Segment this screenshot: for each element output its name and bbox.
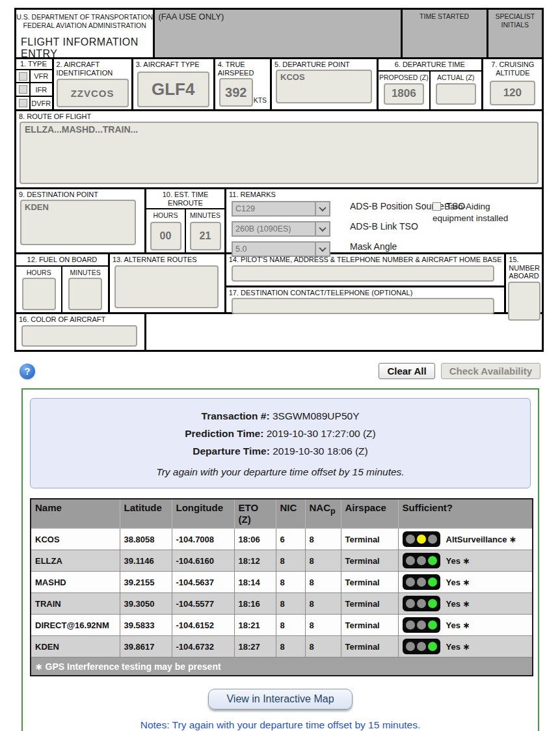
cell-latitude: 39.8617	[120, 636, 172, 658]
alternate-routes-section: 13. ALTERNATE ROUTES	[110, 254, 226, 312]
toolbar: ? Clear All Check Availability	[20, 363, 540, 379]
status-badge: Yes ∗	[446, 620, 470, 630]
fuel-hours-field[interactable]	[22, 278, 56, 310]
clear-all-button[interactable]: Clear All	[379, 363, 434, 379]
cell-latitude: 38.8058	[120, 529, 172, 550]
help-icon[interactable]: ?	[20, 364, 35, 379]
traffic-light-icon	[403, 617, 440, 633]
pilot-contact-section: 14. PILOT'S NAME, ADDRESS & TELEPHONE NU…	[226, 254, 507, 312]
vfr-label: VFR	[31, 70, 52, 83]
cell-nacp: 8	[305, 529, 341, 550]
col-header-name: Name	[31, 499, 120, 529]
cell-airspace: Terminal	[341, 572, 398, 593]
true-airspeed-field[interactable]: 392	[219, 78, 253, 107]
cruising-altitude-field[interactable]: 120	[490, 81, 535, 105]
aircraft-type-field[interactable]: GLF4	[137, 72, 209, 107]
col-header-nacp: NACp	[305, 499, 341, 529]
table-row: DIRECT@16.92NM 39.5833 -104.6152 18:21 8…	[31, 615, 533, 636]
cell-airspace: Terminal	[341, 593, 398, 615]
fuel-minutes-field[interactable]	[68, 278, 102, 310]
cell-name: TRAIN	[31, 593, 120, 615]
departure-time-summary-label: Departure Time:	[193, 445, 270, 457]
view-interactive-map-button[interactable]: View in Interactive Map	[208, 689, 352, 710]
ete-hours-label: HOURS	[146, 209, 185, 219]
transaction-label: Transaction #:	[202, 410, 270, 421]
actual-time-field[interactable]	[436, 83, 476, 105]
dvfr-checkbox[interactable]	[19, 99, 27, 107]
time-started-label: TIME STARTED	[403, 10, 487, 21]
form-header-block: U.S. DEPARTMENT OF TRANSPORTATION FEDERA…	[16, 10, 155, 57]
departure-time-summary-value: 2019-10-30 18:06 (Z)	[273, 445, 367, 457]
status-badge: Yes ∗	[446, 599, 470, 609]
table-row: KCOS 38.8058 -104.7008 18:06 6 8 Termina…	[31, 529, 533, 550]
color-of-aircraft-field[interactable]	[21, 325, 137, 347]
ifr-checkbox[interactable]	[19, 85, 27, 94]
cell-eto: 18:14	[234, 572, 276, 593]
dvfr-label: DVFR	[31, 97, 52, 109]
availability-table: Name Latitude Longitude ETO(Z) NIC NACp …	[30, 498, 533, 676]
vfr-checkbox[interactable]	[19, 72, 27, 81]
cell-latitude: 39.3050	[120, 593, 172, 615]
type-label: 1. TYPE	[16, 59, 52, 70]
baro-aiding-label: Baro-Aiding equipment installed	[433, 202, 508, 223]
status-badge: Yes ∗	[446, 578, 470, 587]
prediction-summary-box: Transaction #: 3SGWM089UP50Y Prediction …	[30, 398, 531, 488]
destination-contact-field[interactable]	[232, 298, 494, 314]
remarks-label: 11. REMARKS	[226, 189, 542, 199]
agency-line2: FEDERAL AVIATION ADMINISTRATION	[16, 21, 153, 30]
cell-nic: 6	[276, 529, 305, 550]
cell-eto: 18:16	[234, 593, 276, 615]
cell-latitude: 39.5833	[120, 615, 172, 636]
adsb-position-source-value: C129	[233, 204, 315, 213]
cell-nacp: 8	[305, 615, 341, 636]
cell-nic: 8	[276, 636, 305, 658]
cell-nacp: 8	[305, 572, 341, 593]
results-panel: Transaction #: 3SGWM089UP50Y Prediction …	[21, 388, 539, 731]
gps-footnote-row: ∗ GPS Interference testing may be presen…	[31, 658, 533, 676]
cell-eto: 18:27	[234, 636, 276, 658]
aircraft-id-section: 2. AIRCRAFT IDENTIFICATION ZZVCOS	[54, 59, 133, 109]
destination-field[interactable]: KDEN	[20, 200, 136, 245]
col-header-nic: NIC	[276, 499, 305, 529]
check-availability-button[interactable]: Check Availability	[441, 363, 540, 379]
adsb-position-source-select[interactable]: C129	[232, 201, 330, 217]
col-header-eto: ETO(Z)	[234, 499, 276, 529]
ete-hours-field[interactable]: 00	[150, 222, 181, 250]
number-aboard-field[interactable]	[508, 282, 540, 321]
aircraft-type-section: 3. AIRCRAFT TYPE GLF4	[133, 59, 215, 109]
color-of-aircraft-section: 16. COLOR OF AIRCRAFT	[16, 314, 146, 350]
adsb-link-select[interactable]: 260B (1090ES)	[232, 221, 330, 237]
alternate-routes-label: 13. ALTERNATE ROUTES	[110, 254, 224, 264]
table-row: KDEN 39.8617 -104.6732 18:27 8 8 Termina…	[31, 636, 533, 658]
agency-line1: U.S. DEPARTMENT OF TRANSPORTATION	[16, 13, 153, 21]
cell-eto: 18:21	[234, 615, 276, 636]
baro-aiding-checkbox[interactable]	[433, 202, 441, 211]
aircraft-id-field[interactable]: ZZVCOS	[57, 79, 129, 107]
departure-point-label: 5. DEPARTURE POINT	[272, 59, 377, 69]
fuel-hours-label: HOURS	[16, 267, 61, 276]
proposed-time-field[interactable]: 1806	[384, 83, 424, 105]
cell-name: DIRECT@16.92NM	[31, 615, 120, 636]
cell-nic: 8	[276, 550, 305, 572]
prediction-time-label: Prediction Time:	[185, 428, 263, 439]
cell-airspace: Terminal	[341, 615, 398, 636]
cell-longitude: -104.5637	[172, 572, 234, 593]
mask-angle-value: 5.0	[233, 245, 315, 254]
route-field[interactable]: ELLZA...MASHD...TRAIN...	[20, 122, 539, 184]
cell-airspace: Terminal	[341, 550, 398, 572]
table-row: TRAIN 39.3050 -104.5577 18:16 8 8 Termin…	[31, 593, 533, 615]
color-of-aircraft-label: 16. COLOR OF AIRCRAFT	[16, 314, 144, 324]
adsb-link-value: 260B (1090ES)	[233, 224, 315, 233]
cell-name: ELLZA	[31, 550, 120, 572]
col-header-longitude: Longitude	[172, 499, 234, 529]
page-title: FLIGHT INFORMATION ENTRY	[16, 30, 153, 60]
ete-section: 10. EST. TIME ENROUTE HOURS 00 MINUTES 2…	[146, 189, 226, 252]
departure-point-field[interactable]: KCOS	[276, 70, 372, 103]
alternate-routes-field[interactable]	[114, 265, 219, 308]
chevron-down-icon	[315, 243, 329, 256]
notes-text: Notes: Try again with your departure tim…	[30, 719, 531, 731]
ete-minutes-field[interactable]: 21	[190, 222, 221, 250]
col-header-sufficient: Sufficient?	[398, 499, 533, 529]
destination-contact-label: 17. DESTINATION CONTACT/TELEPHONE (OPTIO…	[226, 287, 505, 297]
pilot-name-field[interactable]	[232, 265, 494, 282]
